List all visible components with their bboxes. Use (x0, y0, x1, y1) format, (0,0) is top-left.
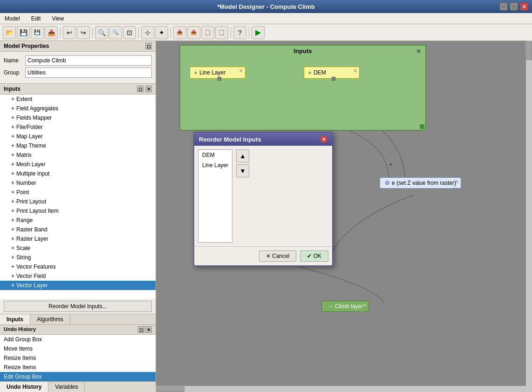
input-scale[interactable]: + Scale (0, 243, 156, 253)
undo-edit-group-box[interactable]: Edit Group Box (0, 372, 156, 381)
model-properties-body: Name Group (0, 52, 156, 84)
move-up-btn[interactable]: ▲ (236, 149, 249, 162)
menu-view[interactable]: View (50, 14, 66, 23)
undo-history-section: Undo History ◻ ✕ Add Group Box Move Item… (0, 324, 156, 392)
plus-icon: + (11, 133, 14, 140)
inputs-header: Inputs ◻ ✕ (0, 84, 156, 95)
undo-resize-items-2[interactable]: Resize Items (0, 363, 156, 372)
input-fields-mapper[interactable]: + Fields Mapper (0, 113, 156, 122)
inputs-collapse1[interactable]: ◻ (137, 86, 143, 92)
input-number-label: Number (16, 180, 36, 186)
model-properties-collapse[interactable]: ◻ (145, 43, 152, 49)
undo-collapse1[interactable]: ◻ (138, 326, 144, 333)
group-input[interactable] (25, 68, 152, 78)
plus-icon: + (11, 226, 14, 233)
input-map-theme[interactable]: + Map Theme (0, 141, 156, 150)
input-print-layout-item[interactable]: + Print Layout Item (0, 206, 156, 216)
group-row: Group (4, 68, 152, 78)
dialog-close-btn[interactable]: ✕ (320, 135, 327, 143)
input-field-aggregates[interactable]: + Field Aggregates (0, 104, 156, 113)
input-file-folder[interactable]: + File/Folder (0, 122, 156, 132)
reorder-dialog: Reorder Model Inputs ✕ DEM Line Layer ▲ … (193, 132, 333, 266)
dialog-input-list[interactable]: DEM Line Layer (198, 149, 232, 243)
input-matrix[interactable]: + Matrix (0, 150, 156, 160)
add-output-btn[interactable]: 📤 (187, 26, 200, 39)
menu-bar: Model Edit View (0, 13, 532, 24)
plus-icon: + (11, 142, 14, 149)
plus-icon: + (11, 264, 14, 270)
select2-btn[interactable]: ✦ (155, 26, 168, 39)
sep3 (138, 27, 139, 38)
input-vector-features[interactable]: + Vector Features (0, 262, 156, 271)
cancel-btn[interactable]: ✕ Cancel (259, 250, 297, 262)
input-multiple-input[interactable]: + Multiple Input (0, 169, 156, 178)
select-btn[interactable]: ⊹ (141, 26, 154, 39)
maximize-btn[interactable]: □ (510, 2, 518, 11)
input-algorithm-tabs: Inputs Algorithms (0, 314, 156, 324)
input-map-layer[interactable]: + Map Layer (0, 132, 156, 141)
move-down-btn[interactable]: ▼ (236, 164, 249, 177)
undo-btn[interactable]: ↩ (63, 26, 76, 39)
ok-btn[interactable]: ✔ OK (300, 250, 328, 262)
reorder-model-inputs-btn[interactable]: Reorder Model Inputs... (4, 301, 152, 312)
undo-history-label: Undo History (4, 326, 36, 333)
name-input[interactable] (25, 55, 152, 66)
zoom-in-btn[interactable]: 🔍 (95, 26, 108, 39)
input-extent[interactable]: + Extent (0, 95, 156, 104)
open-btn[interactable]: 📂 (3, 26, 16, 39)
plus-icon: + (11, 161, 14, 168)
input-vector-layer[interactable]: + Vector Layer (0, 281, 156, 290)
plus-icon: + (11, 124, 14, 130)
menu-model[interactable]: Model (3, 14, 22, 23)
model-properties-header: Model Properties ◻ (0, 41, 156, 52)
variables-tab[interactable]: Variables (48, 382, 85, 392)
input-map-layer-label: Map Layer (16, 133, 43, 140)
menu-edit[interactable]: Edit (29, 14, 43, 23)
dialog-title-text: Reorder Model Inputs (199, 136, 261, 143)
input-range[interactable]: + Range (0, 216, 156, 225)
inputs-collapse2[interactable]: ✕ (145, 86, 152, 92)
close-btn[interactable]: ✕ (520, 2, 528, 11)
input-string[interactable]: + String (0, 253, 156, 262)
input-print-layout[interactable]: + Print Layout (0, 197, 156, 206)
undo-add-group-box[interactable]: Add Group Box (0, 335, 156, 344)
save-btn[interactable]: 💾 (17, 26, 30, 39)
add-input-btn[interactable]: 📥 (173, 26, 186, 39)
export-btn[interactable]: 📤 (45, 26, 58, 39)
plus-icon: + (11, 189, 14, 196)
plus-icon: + (11, 282, 14, 289)
input-number[interactable]: + Number (0, 178, 156, 188)
minimize-btn[interactable]: ─ (499, 2, 508, 11)
input-mesh-layer[interactable]: + Mesh Layer (0, 160, 156, 169)
input-vector-layer-label: Vector Layer (16, 282, 48, 289)
undo-list: Add Group Box Move Items Resize Items Re… (0, 335, 156, 381)
input-raster-layer[interactable]: + Raster Layer (0, 234, 156, 243)
undo-resize-items-1[interactable]: Resize Items (0, 353, 156, 363)
input-vector-field[interactable]: + Vector Field (0, 271, 156, 281)
input-file-folder-label: File/Folder (16, 124, 43, 130)
run-btn[interactable]: ▶ (252, 26, 265, 39)
zoom-fit-btn[interactable]: ⊡ (123, 26, 136, 39)
zoom-out-btn[interactable]: 🔍 (109, 26, 122, 39)
save-as-btn[interactable]: 💾 (31, 26, 44, 39)
bottom-panel-tabs: Undo History Variables (0, 381, 156, 392)
undo-move-items[interactable]: Move Items (0, 344, 156, 353)
redo-btn[interactable]: ↪ (77, 26, 90, 39)
undo-collapse2[interactable]: ✕ (145, 326, 152, 333)
plus-icon: + (11, 105, 14, 112)
help-btn[interactable]: ? (233, 26, 246, 39)
undo-history-tab[interactable]: Undo History (0, 382, 48, 392)
plus-icon: + (11, 180, 14, 186)
input-raster-band[interactable]: + Raster Band (0, 225, 156, 234)
input-point[interactable]: + Point (0, 188, 156, 197)
extra2-btn[interactable]: 📋 (215, 26, 228, 39)
dialog-item-dem[interactable]: DEM (198, 150, 232, 160)
sep1 (60, 27, 61, 38)
extra-btn[interactable]: 📋 (201, 26, 214, 39)
canvas-area[interactable]: + Out + Inputs ✕ + Line Layer (156, 41, 532, 392)
inputs-tab[interactable]: Inputs (0, 314, 30, 324)
algorithms-tab[interactable]: Algorithms (30, 314, 70, 324)
input-range-label: Range (16, 217, 33, 223)
input-matrix-label: Matrix (16, 152, 32, 158)
dialog-item-line-layer[interactable]: Line Layer (198, 160, 232, 170)
